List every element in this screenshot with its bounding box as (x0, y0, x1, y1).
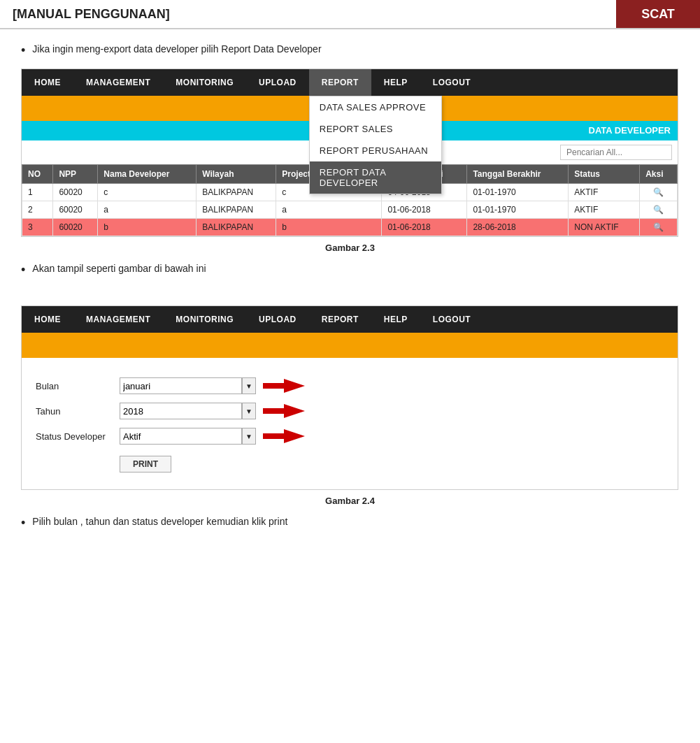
td-tgl-akhir: 01-01-1970 (467, 201, 569, 218)
td-project: b (276, 218, 382, 236)
th-nama-developer: Nama Developer (98, 164, 197, 183)
tahun-input[interactable] (120, 403, 242, 419)
bullet-dot-1: • (21, 43, 25, 59)
th-no: NO (22, 164, 53, 183)
screenshot-1: HOME MANAGEMENT MONITORING UPLOAD REPORT… (21, 68, 678, 237)
td-status: NON AKTIF (569, 218, 640, 236)
cyan-bar-text: DATA DEVELOPER (589, 125, 671, 136)
bulan-dropdown-btn[interactable]: ▼ (242, 377, 256, 394)
tahun-label: Tahun (36, 406, 120, 417)
td-status: AKTIF (569, 183, 640, 201)
scat-label: SCAT (616, 0, 700, 28)
bullet-1: • Jika ingin meng-export data developer … (21, 43, 679, 59)
td-tgl-akhir: 01-01-1970 (467, 183, 569, 201)
bulan-label: Bulan (36, 381, 120, 391)
th-tanggal-berakhir: Tanggal Berakhir (467, 164, 569, 183)
bullet-dot-2: • (21, 263, 25, 278)
nav-monitoring-1[interactable]: MONITORING (163, 69, 246, 96)
td-aksi[interactable]: 🔍 (640, 201, 678, 218)
td-tgl-mulai: 01-06-2018 (382, 218, 467, 236)
nav-bar-1: HOME MANAGEMENT MONITORING UPLOAD REPORT… (22, 69, 678, 96)
table-row: 3 60020 b BALIKPAPAN b 01-06-2018 28-06-… (22, 218, 678, 236)
status-select-wrapper: ▼ (120, 428, 256, 445)
fig-caption-1: Gambar 2.3 (21, 243, 679, 253)
nav-logout-2[interactable]: LOGOUT (420, 306, 483, 333)
td-nama: b (98, 218, 197, 236)
nav-logout-1[interactable]: LOGOUT (420, 69, 483, 96)
manual-title: MANUAL PENGGUNAAN (17, 7, 166, 22)
td-aksi[interactable]: 🔍 (640, 218, 678, 236)
page-title: [MANUAL PENGGUNAAN] (0, 0, 616, 28)
bullet-1-text: Jika ingin meng-export data developer pi… (32, 43, 321, 55)
top-header: [MANUAL PENGGUNAAN] SCAT (0, 0, 700, 29)
td-wilayah: BALIKPAPAN (197, 218, 276, 236)
bullet-2: • Akan tampil seperti gambar di bawah in… (21, 263, 679, 278)
nav-home-2[interactable]: HOME (22, 306, 73, 333)
tahun-dropdown-btn[interactable]: ▼ (242, 403, 256, 419)
status-dropdown-btn[interactable]: ▼ (242, 428, 256, 445)
td-wilayah: BALIKPAPAN (197, 201, 276, 218)
bullet-2-text: Akan tampil seperti gambar di bawah ini (32, 263, 206, 274)
form-area: Bulan ▼ Tahun ▼ (22, 365, 678, 489)
nav-upload-2[interactable]: UPLOAD (246, 306, 309, 333)
bulan-select-wrapper: ▼ (120, 377, 256, 394)
form-row-status: Status Developer ▼ (36, 428, 664, 445)
nav-management-2[interactable]: MANAGEMENT (73, 306, 163, 333)
th-status: Status (569, 164, 640, 183)
td-nama: c (98, 183, 197, 201)
td-nama: a (98, 201, 197, 218)
td-npp: 60020 (53, 183, 98, 201)
nav-help-1[interactable]: HELP (371, 69, 420, 96)
fig-caption-2: Gambar 2.4 (21, 496, 679, 506)
td-wilayah: BALIKPAPAN (197, 183, 276, 201)
form-row-tahun: Tahun ▼ (36, 403, 664, 419)
th-npp: NPP (53, 164, 98, 183)
dropdown-report-perusahaan[interactable]: Report Perusahaan (310, 140, 441, 161)
td-npp: 60020 (53, 201, 98, 218)
tahun-arrow (263, 403, 305, 419)
svg-marker-1 (263, 404, 305, 418)
form-row-print: PRINT (36, 453, 664, 473)
report-dropdown: Data Sales Approve Report Sales Report P… (309, 96, 442, 194)
bullet-3: • Pilih bulan , tahun dan status develop… (21, 516, 679, 531)
print-button[interactable]: PRINT (120, 456, 171, 473)
bullet-3-text: Pilih bulan , tahun dan status developer… (32, 516, 287, 527)
form-row-bulan: Bulan ▼ (36, 377, 664, 394)
bulan-input[interactable] (120, 377, 242, 394)
dropdown-report-data-developer[interactable]: Report Data Developer (310, 161, 441, 194)
svg-marker-2 (263, 429, 305, 443)
td-npp: 60020 (53, 218, 98, 236)
th-wilayah: Wilayah (197, 164, 276, 183)
spacer-1 (21, 287, 679, 298)
nav-upload-1[interactable]: UPLOAD (246, 69, 309, 96)
svg-marker-0 (263, 379, 305, 393)
table-row: 2 60020 a BALIKPAPAN a 01-06-2018 01-01-… (22, 201, 678, 218)
page-content: • Jika ingin meng-export data developer … (0, 29, 700, 555)
tahun-select-wrapper: ▼ (120, 403, 256, 419)
td-project: a (276, 201, 382, 218)
orange-bar-2 (22, 333, 678, 358)
td-tgl-akhir: 28-06-2018 (467, 218, 569, 236)
nav-report-1[interactable]: REPORT Data Sales Approve Report Sales R… (309, 69, 371, 96)
nav-bar-2: HOME MANAGEMENT MONITORING UPLOAD REPORT… (22, 306, 678, 333)
search-input-1[interactable] (560, 145, 672, 160)
td-no: 1 (22, 183, 53, 201)
td-status: AKTIF (569, 201, 640, 218)
dropdown-report-sales[interactable]: Report Sales (310, 118, 441, 140)
th-aksi: Aksi (640, 164, 678, 183)
nav-help-2[interactable]: HELP (371, 306, 420, 333)
status-label: Status Developer (36, 431, 120, 442)
td-aksi[interactable]: 🔍 (640, 183, 678, 201)
nav-report-2[interactable]: REPORT (309, 306, 371, 333)
screenshot-2: HOME MANAGEMENT MONITORING UPLOAD REPORT… (21, 305, 678, 490)
dropdown-data-sales[interactable]: Data Sales Approve (310, 96, 441, 118)
nav-monitoring-2[interactable]: MONITORING (163, 306, 246, 333)
td-tgl-mulai: 01-06-2018 (382, 201, 467, 218)
status-arrow (263, 428, 305, 445)
nav-management-1[interactable]: MANAGEMENT (73, 69, 163, 96)
td-no: 2 (22, 201, 53, 218)
nav-home-1[interactable]: HOME (22, 69, 73, 96)
bulan-arrow (263, 377, 305, 394)
status-input[interactable] (120, 428, 242, 445)
bullet-dot-3: • (21, 516, 25, 531)
